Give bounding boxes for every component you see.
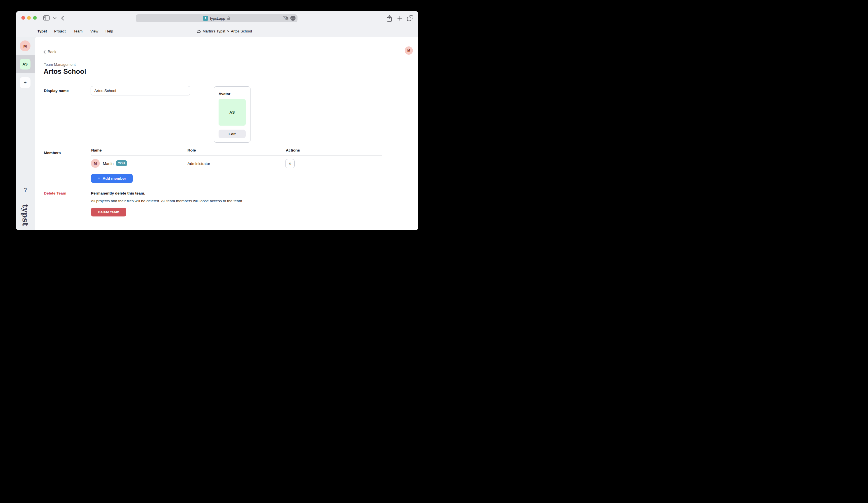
add-member-button[interactable]: + Add member	[91, 174, 133, 183]
delete-team-label: Delete Team	[44, 191, 66, 196]
workspace-avatar-martin[interactable]: M	[20, 40, 31, 51]
breadcrumb-separator: >	[227, 29, 229, 33]
browser-window: t typst.app A 文	[16, 11, 418, 230]
address-bar[interactable]: t typst.app A 文	[136, 14, 298, 22]
browser-back-button[interactable]	[61, 16, 64, 21]
menu-typst[interactable]: Typst	[37, 29, 47, 33]
column-header-name: Name	[91, 148, 102, 153]
breadcrumb[interactable]: Martin's Typst > Artos School	[196, 29, 252, 33]
cloud-icon	[196, 30, 201, 33]
member-avatar: M	[91, 159, 100, 168]
column-header-actions: Actions	[286, 148, 300, 153]
page-title: Artos School	[44, 67, 86, 75]
team-avatar: AS	[219, 99, 246, 126]
workspace-sidebar: M AS + ? typst	[16, 37, 35, 230]
new-tab-icon[interactable]	[397, 16, 402, 21]
url-text: typst.app	[210, 16, 225, 21]
section-label: Team Management	[44, 62, 75, 67]
menu-project[interactable]: Project	[54, 29, 65, 33]
back-label: Back	[48, 50, 56, 54]
remove-member-button[interactable]: ✕	[285, 159, 294, 168]
minimize-window-button[interactable]	[27, 16, 31, 20]
translate-icon[interactable]: A 文	[283, 16, 289, 21]
breadcrumb-current: Artos School	[231, 29, 252, 33]
add-workspace-button[interactable]: +	[20, 77, 31, 88]
avatar-card-label: Avatar	[219, 92, 230, 96]
members-label: Members	[44, 151, 61, 155]
member-role: Administrator	[187, 161, 210, 166]
add-member-label: Add member	[103, 176, 126, 181]
delete-team-button[interactable]: Delete team	[91, 208, 126, 217]
svg-text:A: A	[284, 17, 286, 19]
menu-team[interactable]: Team	[73, 29, 83, 33]
avatar-card: Avatar AS Edit	[214, 86, 250, 143]
back-link[interactable]: Back	[43, 50, 56, 54]
workspace-selected-band: AS	[16, 55, 35, 73]
sidebar-toggle-icon[interactable]	[43, 15, 50, 21]
menu-view[interactable]: View	[90, 29, 98, 33]
typst-logo: typst	[16, 204, 35, 226]
tab-overview-icon[interactable]	[407, 15, 413, 21]
lock-icon	[227, 16, 230, 20]
table-header-divider	[91, 156, 382, 156]
delete-team-heading: Permanently delete this team.	[91, 191, 145, 196]
share-icon[interactable]	[386, 15, 392, 22]
chevron-down-icon[interactable]	[53, 17, 56, 19]
svg-text:文: 文	[286, 17, 288, 20]
member-name: Martin	[103, 161, 114, 166]
team-management-page: Back Team Management Artos School Displa…	[35, 37, 418, 230]
page-settings-icon[interactable]	[290, 16, 296, 21]
help-icon[interactable]: ?	[16, 187, 35, 193]
display-name-label: Display name	[44, 88, 69, 93]
zoom-window-button[interactable]	[33, 16, 37, 20]
column-header-role: Role	[187, 148, 196, 153]
browser-toolbar: t typst.app A 文	[16, 11, 418, 25]
site-favicon: t	[203, 16, 208, 21]
chevron-left-icon	[43, 50, 45, 54]
breadcrumb-root[interactable]: Martin's Typst	[203, 29, 225, 33]
menu-help[interactable]: Help	[105, 29, 113, 33]
close-icon: ✕	[288, 161, 291, 166]
app-menubar: Typst Project Team View Help Martin's Ty…	[16, 25, 418, 37]
delete-team-description: All projects and their files will be del…	[91, 199, 243, 203]
display-name-input[interactable]	[91, 86, 190, 95]
plus-icon: +	[98, 176, 100, 181]
edit-avatar-button[interactable]: Edit	[219, 129, 246, 138]
you-badge: YOU	[116, 160, 127, 166]
workspace-avatar-artos-school[interactable]: AS	[20, 59, 31, 70]
close-window-button[interactable]	[21, 16, 25, 20]
user-avatar[interactable]: M	[405, 46, 413, 55]
